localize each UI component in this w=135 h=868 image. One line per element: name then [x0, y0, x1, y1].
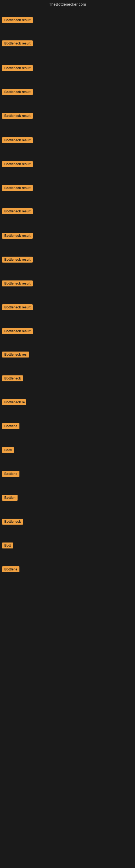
bottleneck-item[interactable]: Bottleneck result	[2, 304, 33, 310]
bottleneck-item[interactable]: Bottleneck result	[2, 113, 33, 119]
bottleneck-item[interactable]: Bottleneck result	[2, 161, 33, 167]
bottleneck-item[interactable]: Bottleneck	[2, 519, 23, 525]
bottleneck-item[interactable]: Bottleneck result	[2, 208, 33, 214]
bottleneck-item[interactable]: Bottleneck res	[2, 351, 29, 358]
bottleneck-item[interactable]: Bottlen	[2, 495, 17, 501]
bottleneck-item[interactable]: Bottl	[2, 447, 14, 453]
bottleneck-item[interactable]: Bottleneck result	[2, 65, 33, 71]
bottleneck-item[interactable]: Bott	[2, 542, 13, 549]
bottleneck-item[interactable]: Bottleneck re	[2, 399, 26, 405]
bottleneck-item[interactable]: Bottlene	[2, 566, 19, 572]
bottleneck-item[interactable]: Bottleneck result	[2, 40, 33, 46]
bottleneck-item[interactable]: Bottlene	[2, 471, 19, 477]
bottleneck-item[interactable]: Bottleneck result	[2, 17, 33, 23]
bottleneck-item[interactable]: Bottleneck result	[2, 280, 33, 286]
site-title: TheBottlenecker.com	[0, 0, 135, 8]
bottleneck-item[interactable]: Bottlene	[2, 423, 19, 429]
bottleneck-item[interactable]: Bottleneck result	[2, 233, 33, 239]
bottleneck-item[interactable]: Bottleneck result	[2, 257, 33, 262]
bottleneck-item[interactable]: Bottleneck result	[2, 137, 33, 143]
bottleneck-item[interactable]: Bottleneck result	[2, 185, 33, 191]
bottleneck-item[interactable]: Bottleneck	[2, 375, 23, 381]
items-container: Bottleneck resultBottleneck resultBottle…	[0, 8, 135, 659]
bottleneck-item[interactable]: Bottleneck result	[2, 89, 33, 95]
bottleneck-item[interactable]: Bottleneck result	[2, 328, 33, 334]
